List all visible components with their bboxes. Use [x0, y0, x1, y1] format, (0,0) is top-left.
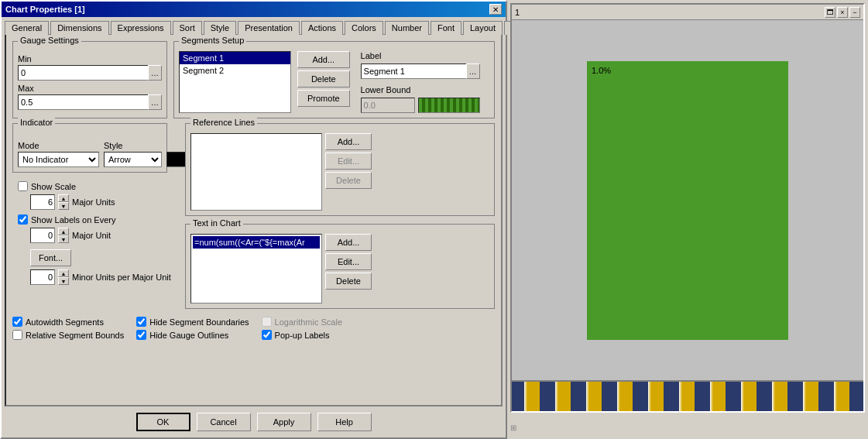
show-scale-checkbox[interactable] — [18, 181, 28, 191]
tab-style[interactable]: Style — [204, 21, 236, 35]
tab-actions[interactable]: Actions — [301, 21, 343, 35]
lower-bound-title: Lower Bound — [361, 85, 480, 94]
cancel-button[interactable]: Cancel — [197, 413, 251, 431]
hide-boundaries-checkbox[interactable] — [136, 317, 146, 327]
segment-delete-button[interactable]: Delete — [297, 70, 350, 87]
major-units-input[interactable] — [30, 194, 55, 210]
ref-lines-buttons: Add... Edit... Delete — [325, 133, 372, 211]
indicator-title: Indicator — [18, 118, 55, 127]
minor-units-label: Minor Units per Major Unit — [72, 273, 171, 282]
max-ellipsis-button[interactable]: … — [148, 94, 162, 110]
ok-button[interactable]: OK — [136, 413, 190, 431]
bottom-stripe-decoration — [512, 380, 863, 411]
show-labels-row: Show Labels on Every — [18, 214, 173, 225]
gauge-chart-bar — [587, 61, 788, 340]
segment-promote-button[interactable]: Promote — [297, 90, 350, 107]
autowidth-label: Autowidth Segments — [26, 317, 104, 327]
text-item[interactable]: =num(sum((<Ar=("${=max(Ar — [193, 236, 320, 249]
chart-titlebar: 1 🗖 × − — [512, 5, 863, 20]
top-row: Gauge Settings Min … Max … Segments Setu… — [12, 41, 495, 118]
reference-lines-content: Add... Edit... Delete — [190, 133, 489, 211]
tab-sort[interactable]: Sort — [173, 21, 202, 35]
segments-setup-group: Segments Setup Segment 1 Segment 2 Add..… — [173, 41, 495, 118]
min-ellipsis-button[interactable]: … — [148, 65, 162, 81]
major-units-up[interactable]: ▲ — [58, 194, 69, 202]
tab-colors[interactable]: Colors — [345, 21, 383, 35]
tab-dimensions[interactable]: Dimensions — [50, 21, 108, 35]
major-unit-label: Major Unit — [72, 231, 111, 240]
tab-number[interactable]: Number — [385, 21, 429, 35]
middle-row: Indicator Mode No Indicator Style — [12, 123, 495, 309]
style-select[interactable]: Arrow — [104, 152, 162, 167]
major-units-row: ▲ ▼ Major Units — [30, 194, 173, 210]
dialog-main-content: Gauge Settings Min … Max … Segments Setu… — [5, 34, 503, 406]
reference-lines-title: Reference Lines — [190, 118, 257, 127]
hide-outlines-label: Hide Gauge Outlines — [149, 331, 228, 340]
ref-delete-button[interactable]: Delete — [325, 172, 372, 189]
text-add-button[interactable]: Add... — [325, 234, 372, 251]
status-text: ⊞ — [510, 424, 516, 432]
chart-body: 1.0% — [512, 20, 863, 380]
chart-icon-minimize[interactable]: × — [837, 7, 848, 18]
indicator-group: Indicator Mode No Indicator Style — [12, 123, 167, 173]
segment-item-2[interactable]: Segment 2 — [180, 64, 290, 77]
autowidth-checkbox[interactable] — [12, 317, 22, 327]
logarithmic-checkbox[interactable] — [262, 317, 272, 327]
font-button[interactable]: Font... — [30, 249, 71, 266]
minor-units-down[interactable]: ▼ — [58, 277, 69, 285]
text-chart-buttons: Add... Edit... Delete — [325, 234, 372, 304]
chart-icon-close[interactable]: − — [849, 7, 860, 18]
segment-label-field-row: … — [361, 63, 480, 79]
chart-icon-restore[interactable]: 🗖 — [825, 7, 835, 18]
show-labels-checkbox[interactable] — [18, 214, 28, 225]
segment-label-input[interactable] — [361, 63, 466, 79]
mode-field: Mode No Indicator — [18, 138, 99, 167]
popup-checkbox[interactable] — [262, 330, 272, 340]
text-edit-button[interactable]: Edit... — [325, 253, 372, 270]
status-bar: ⊞ — [507, 416, 868, 439]
minor-units-input[interactable] — [30, 269, 55, 285]
text-area-container: =num(sum((<Ar=("${=max(Ar — [190, 234, 322, 304]
segment-item-1[interactable]: Segment 1 — [180, 52, 290, 64]
hide-outlines-checkbox[interactable] — [136, 330, 146, 340]
text-in-chart-group: Text in Chart =num(sum((<Ar=("${=max(Ar … — [185, 224, 495, 309]
ref-edit-button[interactable]: Edit... — [325, 153, 372, 170]
relative-label: Relative Segment Bounds — [26, 331, 124, 340]
tab-presentation[interactable]: Presentation — [238, 21, 300, 35]
tab-expressions[interactable]: Expressions — [111, 21, 171, 35]
text-delete-button[interactable]: Delete — [325, 273, 372, 290]
dialog-footer: OK Cancel Apply Help — [2, 406, 506, 437]
text-in-chart-content: =num(sum((<Ar=("${=max(Ar Add... Edit...… — [190, 234, 489, 304]
font-btn-row: Font... — [30, 246, 173, 266]
minor-units-row: ▲ ▼ Minor Units per Major Unit — [30, 269, 173, 285]
min-field-row: … — [18, 65, 162, 81]
dialog-close-button[interactable]: ✕ — [489, 4, 502, 15]
logarithmic-label: Logarithmic Scale — [275, 317, 342, 327]
minor-units-up[interactable]: ▲ — [58, 269, 69, 277]
tab-general[interactable]: General — [5, 21, 49, 35]
lower-bound-input[interactable] — [361, 98, 415, 113]
text-in-chart-area[interactable]: =num(sum((<Ar=("${=max(Ar — [190, 234, 322, 304]
segment-label-ellipsis[interactable]: … — [466, 63, 480, 79]
show-scale-label: Show Scale — [31, 182, 76, 191]
min-input[interactable] — [18, 65, 148, 81]
apply-button[interactable]: Apply — [257, 413, 311, 431]
help-button[interactable]: Help — [317, 413, 372, 431]
major-unit-input[interactable] — [30, 228, 55, 243]
ref-add-button[interactable]: Add... — [325, 133, 372, 150]
max-input[interactable] — [18, 94, 148, 110]
major-units-down[interactable]: ▼ — [58, 202, 69, 210]
tab-layout[interactable]: Layout — [463, 21, 503, 35]
mode-select[interactable]: No Indicator — [18, 152, 99, 167]
tab-font[interactable]: Font — [431, 21, 461, 35]
minor-units-spinner: ▲ ▼ — [58, 269, 69, 285]
relative-checkbox[interactable] — [12, 330, 22, 340]
checkbox-col-3: Logarithmic Scale Pop-up Labels — [262, 317, 342, 340]
major-unit-down[interactable]: ▼ — [58, 235, 69, 243]
chart-title-icons: 🗖 × − — [825, 7, 860, 18]
major-unit-spinner: ▲ ▼ — [58, 228, 69, 243]
segment-buttons: Add... Delete Promote — [297, 51, 350, 113]
segment-add-button[interactable]: Add... — [297, 51, 350, 68]
lower-bound-color-btn[interactable] — [418, 98, 480, 113]
major-unit-up[interactable]: ▲ — [58, 228, 69, 235]
